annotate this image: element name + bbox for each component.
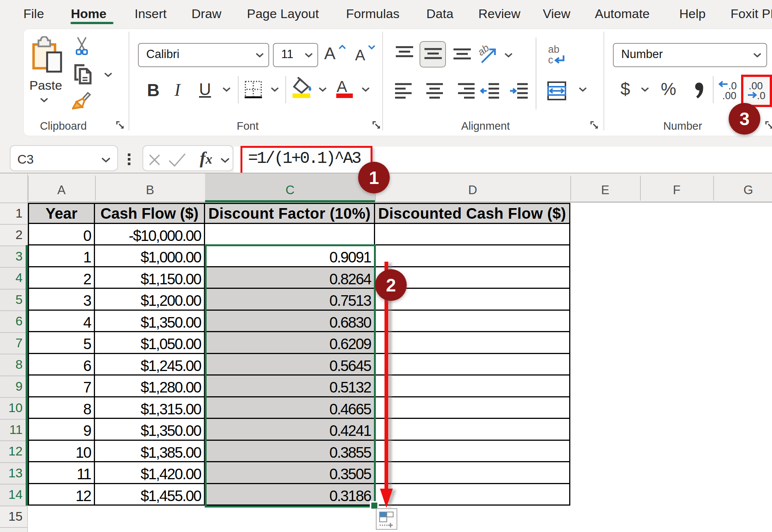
svg-text:.00: .00 [722,90,737,101]
svg-text:ab: ab [548,45,559,55]
svg-text:.0: .0 [757,90,766,101]
svg-text:c: c [548,54,553,65]
